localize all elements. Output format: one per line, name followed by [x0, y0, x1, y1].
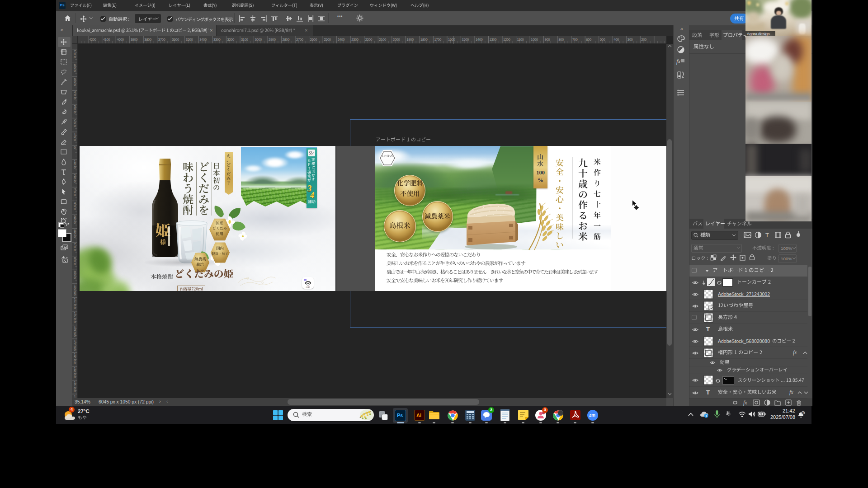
svg-text:CHAT: CHAT: [306, 286, 310, 288]
svg-text:i: i: [706, 414, 707, 418]
svg-text:fx: fx: [743, 399, 747, 406]
